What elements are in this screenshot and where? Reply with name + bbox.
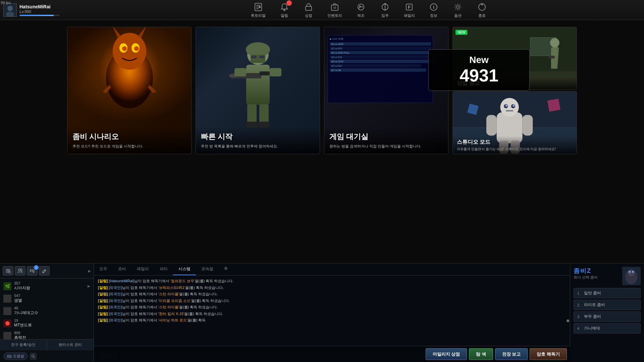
mileage-shop-btn[interactable]: 마일리지 상점 xyxy=(426,348,467,360)
create-icon xyxy=(356,2,366,12)
fq-btn[interactable]: FQ 1 xyxy=(27,266,38,276)
alarm-badge xyxy=(286,0,292,6)
mode-studio[interactable]: 스튜디오 모드 자유롭게 만들면서 즐기는 세상! 스튜디오 모드에 지금 참여… xyxy=(452,91,577,154)
friends-list: 🌿 357 시아자왕 ▶ 547 샘별 xyxy=(0,279,94,339)
family-icon: F xyxy=(404,2,415,12)
main-content: 좀비 시나리오 추천 모드!! 추천 모드로 게임을 시작합니다. xyxy=(0,20,644,362)
quick-start-text-area: 빠른 시작 추천 방 목록을 통해 빠르게 전투에 참여하세요. xyxy=(196,127,320,154)
help-btn[interactable]: 도움말 xyxy=(3,352,28,360)
nav-family[interactable]: F 패밀리 xyxy=(404,2,415,18)
svg-line-77 xyxy=(44,270,45,271)
new-badge: NEW xyxy=(455,30,467,35)
svg-point-7 xyxy=(284,9,285,11)
info-icon: i xyxy=(428,2,439,12)
friend-arrow-1: ▶ xyxy=(88,284,90,288)
svg-rect-65 xyxy=(523,115,533,136)
studio-desc: 자유롭게 만들면서 즐기는 세상! 스튜디오 모드에 지금 참여하세요! xyxy=(457,147,573,151)
banlist-btn[interactable]: 밴리스트 관리 xyxy=(47,340,94,350)
mode-zombie[interactable]: 좀비 시나리오 추천 모드!! 추천 모드로 게임을 시작합니다. xyxy=(67,27,192,154)
help-row: 도움말 xyxy=(0,350,94,362)
edit-btn[interactable] xyxy=(39,266,50,276)
chat-msg-4: [알림] [외국인]님이 암호 해독기에서 '미라클 프리즘 소드'을(를) 획… xyxy=(98,298,566,304)
friend-register-btn[interactable]: 친구 등록/승인 xyxy=(0,340,47,350)
nav-tutorial[interactable]: 튜토리얼 xyxy=(251,2,266,18)
player-avatar xyxy=(3,3,17,17)
friends-list-btn[interactable] xyxy=(3,266,13,276)
player-name-level: HatsuneMiRai Lv.990 xyxy=(19,4,60,16)
friend-item-2[interactable]: 547 샘별 xyxy=(0,292,94,305)
friend-item-5[interactable]: 909 총력전 xyxy=(0,329,94,339)
broadcast-btn[interactable]: 전장 보고 xyxy=(495,348,528,360)
nav-create[interactable]: 제조 xyxy=(356,2,366,18)
fps-display: 99 fps xyxy=(1,1,11,5)
party-btn[interactable] xyxy=(15,266,25,276)
zombie-item-3[interactable]: 3 부두 좀비 xyxy=(574,311,641,322)
friend-item-3[interactable]: 46 가니메데고수 xyxy=(0,305,94,317)
nav-exit-label: 종료 xyxy=(478,13,486,18)
svg-point-90 xyxy=(632,271,634,273)
shop-icon xyxy=(303,2,314,12)
zombie-title: 좀비 시나리오 xyxy=(72,132,186,142)
zombie-item-2[interactable]: 2 라이트 좀비 xyxy=(574,300,641,310)
nav-icons: 튜토리얼 알림 상점 인벤토리 xyxy=(94,2,644,18)
nav-tutorial-label: 튜토리얼 xyxy=(251,13,266,18)
friend-icon-3 xyxy=(3,307,11,315)
friend-name-2: 샘별 xyxy=(14,298,90,303)
svg-rect-36 xyxy=(234,68,246,76)
zombie-item-1[interactable]: 1 일반 좀비 xyxy=(574,288,641,298)
svg-point-62 xyxy=(505,105,507,107)
chat-tab-party[interactable]: 파티 xyxy=(154,263,173,275)
zombie-num-4: 4 xyxy=(577,326,581,330)
friend-score-5: 909 xyxy=(14,331,90,335)
nav-exit[interactable]: 종료 xyxy=(477,2,487,18)
svg-rect-9 xyxy=(331,5,338,10)
player-name: HatsuneMiRai xyxy=(19,4,60,9)
friends-scroll-right[interactable]: ▶ xyxy=(88,269,91,273)
chat-scroll-indicator xyxy=(567,319,569,322)
game-modes: 좀비 시나리오 추천 모드!! 추천 모드로 게임을 시작합니다. xyxy=(0,20,644,161)
zombie-item-4[interactable]: 4 가니메데 xyxy=(574,323,641,334)
friend-search-btn[interactable] xyxy=(30,353,37,360)
svg-line-74 xyxy=(10,273,11,273)
friend-item-1[interactable]: 🌿 357 시아자왕 ▶ xyxy=(0,280,94,292)
svg-text:F: F xyxy=(408,5,410,10)
svg-point-59 xyxy=(500,98,519,116)
nav-inventory[interactable]: 인벤토리 xyxy=(327,2,342,18)
exit-icon xyxy=(477,2,487,12)
friend-name-score-1: 357 시아자왕 xyxy=(14,281,85,291)
new-notification: New 4931 xyxy=(428,49,530,91)
soldier-illustration xyxy=(196,27,320,122)
svg-point-84 xyxy=(32,355,34,357)
chat-tabs: 모두 로비 패밀리 파티 시스템 귓속말 ⚙ xyxy=(94,263,570,276)
decrypt-btn[interactable]: 암호 해독기 xyxy=(530,348,567,360)
svg-text:i: i xyxy=(433,5,434,10)
chat-tab-settings[interactable]: ⚙ xyxy=(219,263,233,275)
svg-rect-8 xyxy=(306,6,312,10)
chat-tab-system[interactable]: 시스템 xyxy=(173,263,196,275)
exp-fill xyxy=(19,15,54,16)
nav-shop[interactable]: 상점 xyxy=(303,2,314,18)
chat-tab-lobby[interactable]: 로비 xyxy=(113,263,131,275)
nav-quest[interactable]: 임무 xyxy=(380,2,390,18)
svg-point-25 xyxy=(122,46,127,51)
chat-messages: [알림] [HatsuneMiRai]님이 암호 해독기에서 '컴파운드 보우'… xyxy=(94,276,570,349)
nav-info[interactable]: i 정보 xyxy=(428,2,439,18)
zombie-list: 1 일반 좀비 2 라이트 좀비 3 부두 좀비 4 가니메데 xyxy=(574,288,641,334)
chat-tab-all[interactable]: 모두 xyxy=(94,263,113,275)
svg-point-88 xyxy=(628,269,635,276)
friend-item-4[interactable]: 🔴 19 MT앤드류 xyxy=(0,317,94,329)
chat-tab-whisper[interactable]: 귓속말 xyxy=(196,263,219,275)
friends-actions: 친구 등록/승인 밴리스트 관리 xyxy=(0,339,94,350)
nav-options[interactable]: 옵션 xyxy=(452,2,463,18)
nav-alarm[interactable]: 알림 xyxy=(279,2,290,18)
zombie-num-2: 2 xyxy=(577,303,581,307)
nav-inventory-label: 인벤토리 xyxy=(327,13,342,18)
nav-shop-label: 상점 xyxy=(305,13,312,18)
search-icon xyxy=(31,354,35,358)
zombie-label-3: 부두 좀비 xyxy=(584,314,601,319)
svg-point-22 xyxy=(113,33,146,70)
search-btn[interactable]: 탐 색 xyxy=(469,348,493,360)
chat-tab-family[interactable]: 패밀리 xyxy=(131,263,154,275)
nav-family-label: 패밀리 xyxy=(404,13,415,18)
mode-quick-start[interactable]: 빠른 시작 추천 방 목록을 통해 빠르게 전투에 참여하세요. xyxy=(196,27,320,154)
